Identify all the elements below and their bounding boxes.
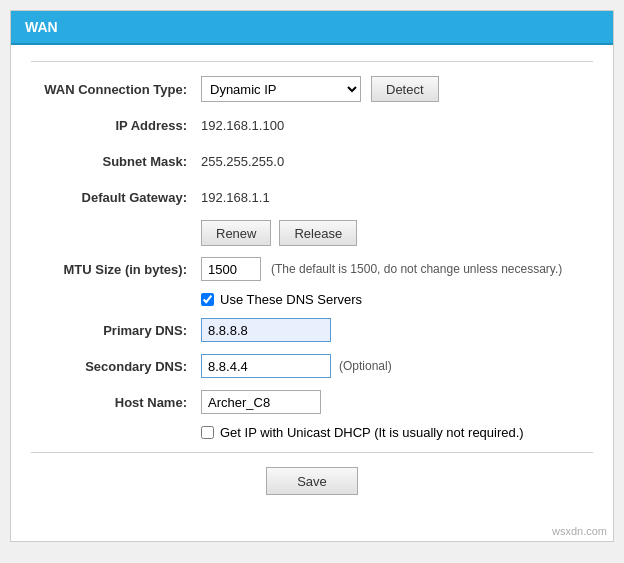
release-button[interactable]: Release (279, 220, 357, 246)
detect-button[interactable]: Detect (371, 76, 439, 102)
subnet-mask-value: 255.255.255.0 (201, 154, 284, 169)
subnet-mask-label: Subnet Mask: (31, 154, 201, 169)
wan-connection-type-row: WAN Connection Type: Dynamic IP Static I… (31, 76, 593, 102)
unicast-dhcp-label: Get IP with Unicast DHCP (It is usually … (220, 425, 524, 440)
mtu-label: MTU Size (in bytes): (31, 262, 201, 277)
subnet-mask-row: Subnet Mask: 255.255.255.0 (31, 148, 593, 174)
mtu-input[interactable] (201, 257, 261, 281)
panel-header: WAN (11, 11, 613, 45)
save-row: Save (31, 467, 593, 505)
unicast-dhcp-row: Get IP with Unicast DHCP (It is usually … (201, 425, 593, 440)
host-name-input[interactable] (201, 390, 321, 414)
watermark: wsxdn.com (11, 521, 613, 541)
wan-panel: WAN WAN Connection Type: Dynamic IP Stat… (10, 10, 614, 542)
primary-dns-label: Primary DNS: (31, 323, 201, 338)
ip-address-label: IP Address: (31, 118, 201, 133)
panel-body: WAN Connection Type: Dynamic IP Static I… (11, 45, 613, 521)
renew-release-row: Renew Release (31, 220, 593, 246)
panel-title: WAN (25, 19, 58, 35)
save-button[interactable]: Save (266, 467, 358, 495)
mtu-hint: (The default is 1500, do not change unle… (271, 262, 562, 276)
default-gateway-value: 192.168.1.1 (201, 190, 270, 205)
secondary-dns-input[interactable] (201, 354, 331, 378)
optional-text: (Optional) (339, 359, 392, 373)
use-dns-checkbox[interactable] (201, 293, 214, 306)
unicast-dhcp-checkbox[interactable] (201, 426, 214, 439)
renew-button[interactable]: Renew (201, 220, 271, 246)
default-gateway-row: Default Gateway: 192.168.1.1 (31, 184, 593, 210)
wan-connection-type-select[interactable]: Dynamic IP Static IP PPPoE L2TP PPTP (201, 76, 361, 102)
default-gateway-label: Default Gateway: (31, 190, 201, 205)
primary-dns-input[interactable] (201, 318, 331, 342)
secondary-dns-label: Secondary DNS: (31, 359, 201, 374)
use-dns-label: Use These DNS Servers (220, 292, 362, 307)
mtu-row: MTU Size (in bytes): (The default is 150… (31, 256, 593, 282)
secondary-dns-row: Secondary DNS: (Optional) (31, 353, 593, 379)
bottom-divider (31, 452, 593, 453)
host-name-row: Host Name: (31, 389, 593, 415)
host-name-label: Host Name: (31, 395, 201, 410)
primary-dns-row: Primary DNS: (31, 317, 593, 343)
top-divider (31, 61, 593, 62)
wan-connection-type-label: WAN Connection Type: (31, 82, 201, 97)
ip-address-value: 192.168.1.100 (201, 118, 284, 133)
ip-address-row: IP Address: 192.168.1.100 (31, 112, 593, 138)
use-dns-row: Use These DNS Servers (201, 292, 593, 307)
